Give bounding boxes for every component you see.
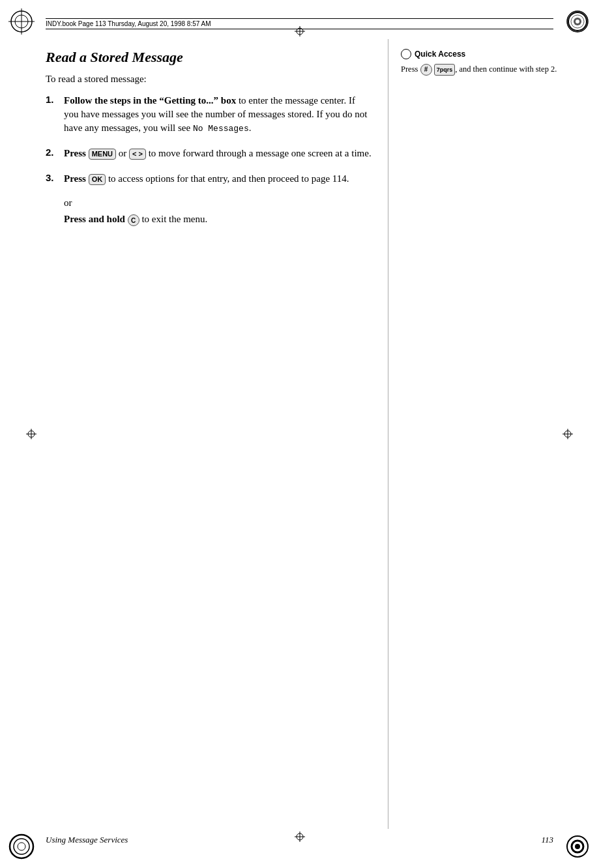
globe-icon (401, 49, 411, 59)
step-2-arrow-btn: < > (129, 149, 146, 160)
sidebar-press-text: Press (401, 65, 418, 74)
quick-access-body: Press # 7pqrs, and then continue with st… (401, 63, 557, 76)
mid-crosshair-left (25, 427, 38, 441)
mid-crosshair-right (561, 427, 574, 441)
step-1-number: 1. (46, 94, 64, 105)
footer-left: Using Message Services (46, 835, 128, 845)
step-3-bold: Press (64, 173, 86, 184)
corner-decoration-tr (555, 5, 594, 44)
svg-point-8 (576, 20, 579, 23)
step-2-bold: Press (64, 148, 86, 158)
step-3: 3. Press OK to access options for that e… (46, 172, 372, 186)
step-3-ok-btn: OK (89, 174, 106, 185)
column-divider (388, 39, 388, 829)
svg-point-11 (18, 843, 25, 850)
page-title: Read a Stored Message (46, 49, 372, 66)
step-3-number: 3. (46, 172, 64, 183)
main-content: Read a Stored Message To read a stored m… (46, 49, 372, 226)
or-separator: or (64, 197, 372, 209)
step-1-content: Follow the steps in the “Getting to...” … (64, 94, 372, 135)
step-2-menu-btn: MENU (89, 149, 116, 160)
svg-point-10 (14, 839, 29, 854)
steps-list: 1. Follow the steps in the “Getting to..… (46, 94, 372, 186)
corner-decoration-tl (5, 5, 44, 44)
sidebar-page-btn: 7pqrs (434, 64, 456, 76)
corner-decoration-br (555, 824, 594, 863)
header-text: INDY.book Page 113 Thursday, August 20, … (46, 20, 553, 27)
corner-decoration-bl (5, 824, 44, 863)
step-1: 1. Follow the steps in the “Getting to..… (46, 94, 372, 135)
press-hold-line: Press and hold C to exit the menu. (64, 212, 372, 226)
sidebar: Quick Access Press # 7pqrs, and then con… (401, 49, 557, 76)
sidebar-comma: , (455, 65, 457, 74)
press-hold-bold: Press and hold (64, 214, 125, 224)
sidebar-num-btn: # (420, 64, 432, 76)
step-3-content: Press OK to access options for that entr… (64, 172, 349, 186)
step-1-end: . (249, 123, 252, 133)
intro-text: To read a stored message: (46, 74, 372, 85)
quick-access-header: Quick Access (401, 49, 557, 59)
step-1-mono: No Messages (193, 124, 249, 134)
svg-point-14 (575, 844, 580, 849)
step-2-text-2: to move forward through a message one sc… (149, 148, 372, 158)
sidebar-body-rest: and then continue with step 2. (459, 65, 557, 74)
step-2-content: Press MENU or < > to move forward throug… (64, 147, 372, 160)
page-footer: Using Message Services 113 (46, 835, 553, 845)
step-2-number: 2. (46, 147, 64, 158)
step-2: 2. Press MENU or < > to move forward thr… (46, 147, 372, 160)
step-1-bold: Follow the steps in the “Getting to...” … (64, 95, 236, 106)
quick-access-label: Quick Access (415, 50, 465, 59)
page-header: INDY.book Page 113 Thursday, August 20, … (46, 18, 553, 29)
step-3-text: to access options for that entry, and th… (108, 173, 349, 184)
page: INDY.book Page 113 Thursday, August 20, … (0, 0, 599, 868)
press-hold-c-btn: C (128, 214, 139, 226)
step-2-or: or (119, 148, 129, 158)
press-hold-end: to exit the menu. (141, 214, 207, 224)
footer-right: 113 (541, 835, 553, 845)
